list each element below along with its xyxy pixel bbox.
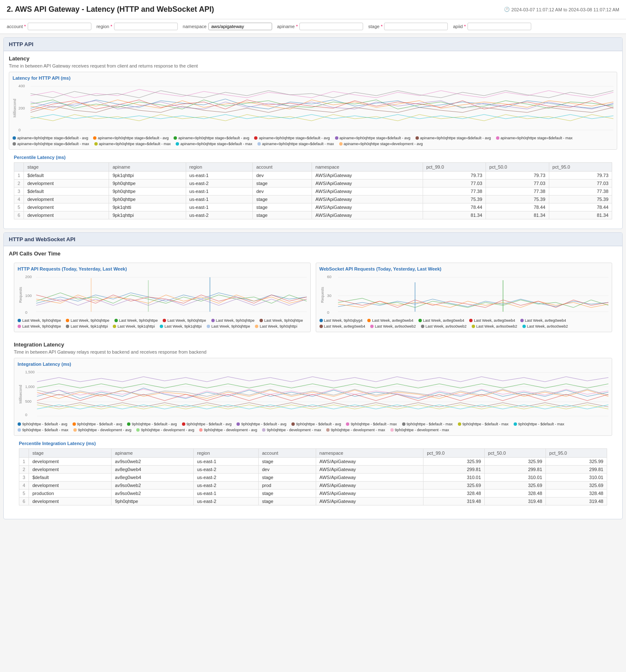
filter-namespace-label: namespace <box>183 24 207 29</box>
filter-namespace-input[interactable] <box>208 23 272 30</box>
ws-requests-y-label: Requests <box>319 274 325 316</box>
latency-subsection: Latency Time in between API Gateway rece… <box>4 51 622 229</box>
legend-int-15: 9ph0qhttpe - development - max <box>262 428 321 432</box>
http-api-section-header: HTTP API <box>4 38 622 51</box>
http-requests-legend: Last Week, 9ph0qhttpe Last Week, 9ph0qht… <box>18 318 307 328</box>
legend-item-11: apiname=9ph0qhttpe stage=$default - max <box>257 142 334 146</box>
legend-item-2: apiname=9ph0qhttpe stage=$default - avg <box>93 136 169 140</box>
legend-http-6: Last Week, 9ph0qhttpe <box>260 318 303 323</box>
legend-ws-3: Last Week, av8eg0web4 <box>418 318 464 323</box>
filter-account: account * <box>7 23 91 30</box>
svg-text:08:35: 08:35 <box>103 419 112 419</box>
legend-item-7: apiname=9ph0qhttpe stage=$default - max <box>496 136 573 140</box>
svg-text:01:35: 01:35 <box>513 419 522 419</box>
svg-text:18:30: 18:30 <box>340 419 349 419</box>
legend-item-5: apiname=9ph0qhttpe stage=$default - avg <box>335 136 410 140</box>
svg-text:0: 0 <box>327 310 329 315</box>
legend-ws-8: Last Week, av9so0web2 <box>421 324 467 328</box>
legend-item-6: apiname=9ph0qhttpe stage=$default - avg <box>416 136 491 140</box>
page-title: 2. AWS API Gateway - Latency (HTTP and W… <box>7 5 214 14</box>
api-calls-title: API Calls Over Time <box>9 250 617 257</box>
percentile-latency-table-container: Percentile Latency (ms) stage apiname re… <box>14 155 612 219</box>
percentile-integration-table: stage apiname region account namespace p… <box>19 448 607 505</box>
svg-text:60: 60 <box>327 275 332 279</box>
http-websocket-section: HTTP and WebSocket API API Calls Over Ti… <box>3 232 623 519</box>
latency-title: Latency <box>9 55 617 62</box>
legend-int-2: 9ph0qhttpe - $default - avg <box>73 422 122 426</box>
legend-http-8: Last Week, 9pk1qhttpi <box>66 324 108 328</box>
int-col-namespace: namespace <box>316 449 423 458</box>
svg-text:14:15: 14:15 <box>236 133 245 133</box>
table-row: 4development9ph0qhttpeus-east-1stageAWS/… <box>14 195 612 203</box>
filter-region-input[interactable] <box>114 23 178 30</box>
col-num <box>14 163 24 172</box>
latency-chart-container: Latency for HTTP API (ms) Millisecond 40… <box>9 72 617 150</box>
legend-http-9: Last Week, 9pk1qhttpi <box>113 324 155 328</box>
svg-text:08:35: 08:35 <box>98 133 107 133</box>
legend-http-7: Last Week, 9ph0qhttpe <box>18 324 61 328</box>
filter-namespace: namespace <box>183 23 272 30</box>
svg-text:21:20: 21:20 <box>409 133 418 133</box>
legend-int-7: 9ph0qhttpe - $default - max <box>346 422 397 426</box>
svg-text:03:00: 03:00 <box>551 133 560 133</box>
svg-text:15:40: 15:40 <box>273 419 281 419</box>
svg-text:200: 200 <box>18 106 25 110</box>
filter-region-label: region * <box>96 24 112 29</box>
legend-item-1: apiname=9ph0qhttpe stage=$default - avg <box>13 136 88 140</box>
legend-http-2: Last Week, 9ph0qhttpe <box>66 318 109 323</box>
legend-int-3: 9ph0qhttpe - $default - avg <box>127 422 177 426</box>
table-row: 4developmentav9so0web2us-east-2prodAWS/A… <box>19 482 607 490</box>
percentile-integration-table-container: Percentile Integration Latency (ms) stag… <box>19 441 607 505</box>
svg-text:00:10 Mar 08: 00:10 Mar 08 <box>471 133 492 133</box>
legend-ws-10: Last Week, av9so0web2 <box>522 324 568 328</box>
filter-region: region * <box>96 23 178 30</box>
legend-int-9: 9ph0qhttpe - $default - max <box>458 422 509 426</box>
filter-apiname-input[interactable] <box>299 23 363 30</box>
legend-ws-6: Last Week, av8eg0web4 <box>319 324 365 328</box>
col-apiname: apiname <box>109 163 186 172</box>
legend-item-4: apiname=9ph0qhttpe stage=$default - avg <box>254 136 330 140</box>
legend-http-5: Last Week, 9ph0qhttpe <box>211 318 255 323</box>
legend-item-9: apiname=9ph0qhttpe stage=$default - max <box>94 142 171 146</box>
table-row: 1$default9pk1qhttpius-east-1devAWS/ApiGa… <box>14 172 612 180</box>
col-namespace: namespace <box>312 163 423 172</box>
legend-http-12: Last Week, 9ph0qhttpi <box>255 324 297 328</box>
legend-item-10: apiname=9ph0qhttpe stage=$default - max <box>176 142 252 146</box>
filter-account-input[interactable] <box>28 23 91 30</box>
col-stage: stage <box>24 163 109 172</box>
legend-ws-1: Last Week, 9ph0qbyg4 <box>319 318 363 323</box>
legend-item-8: apiname=9ph0qhttpe stage=$default - max <box>13 142 89 146</box>
int-col-num <box>19 449 29 458</box>
table-row: 3$default9ph0qhttpeus-east-1devAWS/ApiGa… <box>14 188 612 195</box>
svg-text:22:45: 22:45 <box>443 133 452 133</box>
legend-http-11: Last Week, 9ph0qhttpe <box>207 324 250 328</box>
svg-text:200: 200 <box>25 275 32 279</box>
svg-text:05:45: 05:45 <box>37 419 46 419</box>
col-pct95: pct_95.0 <box>549 163 612 172</box>
percentile-latency-table-title: Percentile Latency (ms) <box>14 155 612 160</box>
col-pct99: pct_99.0 <box>423 163 486 172</box>
table-row: 5development9pk1qhttius-east-1stageAWS/A… <box>14 203 612 211</box>
svg-text:07:10: 07:10 <box>64 133 73 133</box>
legend-int-4: 9ph0qhttpe - $default - avg <box>182 422 232 426</box>
int-col-stage: stage <box>29 449 112 458</box>
legend-int-5: 9ph0qhttpe - $default - avg <box>236 422 286 426</box>
filter-apiid-input[interactable] <box>468 23 531 30</box>
legend-int-10: 9ph0qhttpe - $default - max <box>514 422 564 426</box>
svg-text:12:50: 12:50 <box>205 419 213 419</box>
filter-stage-input[interactable] <box>384 23 448 30</box>
legend-int-17: 9ph0qhttpe - development - max <box>390 428 449 432</box>
svg-text:19:55: 19:55 <box>374 133 383 133</box>
svg-text:11:25: 11:25 <box>167 133 176 133</box>
legend-ws-4: Last Week, av8eg0web4 <box>469 318 515 323</box>
table-row: 3$defaultav8eg0web4us-east-2stageAWS/Api… <box>19 474 607 482</box>
latency-chart-title: Latency for HTTP API (ms) <box>13 76 613 81</box>
filter-stage: stage * <box>368 23 448 30</box>
http-requests-svg: 200 100 0 <box>25 274 307 316</box>
svg-text:0: 0 <box>25 310 27 315</box>
int-col-apiname: apiname <box>112 449 194 458</box>
svg-text:500: 500 <box>25 399 31 404</box>
svg-text:15:40: 15:40 <box>271 133 280 133</box>
filter-stage-label: stage * <box>368 24 382 29</box>
svg-text:00:10 Mar 08: 00:10 Mar 08 <box>469 419 489 419</box>
